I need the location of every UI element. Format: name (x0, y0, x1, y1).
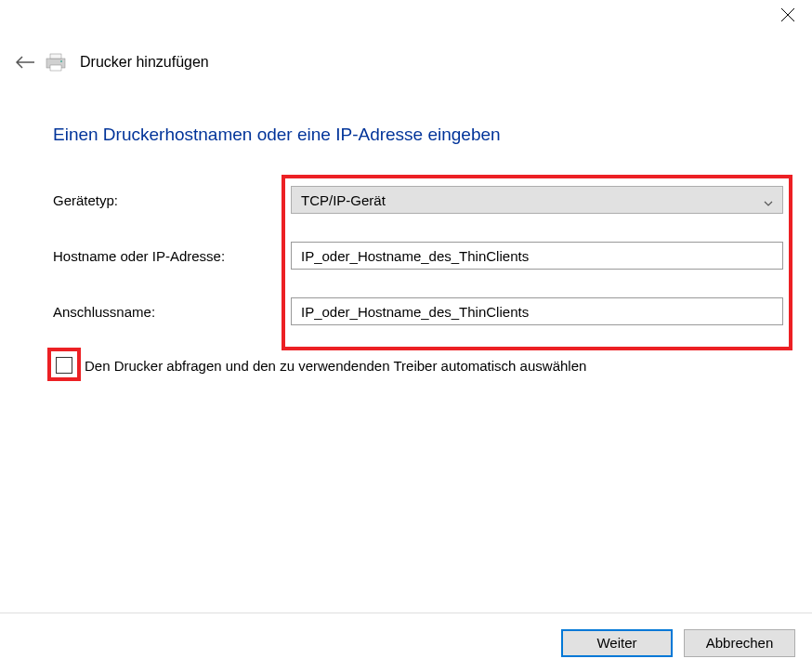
highlight-box-checkbox (47, 348, 81, 381)
svg-point-5 (60, 60, 62, 62)
wizard-title: Drucker hinzufügen (76, 54, 209, 71)
hostname-label: Hostname oder IP-Adresse: (53, 248, 291, 264)
svg-rect-3 (50, 54, 61, 59)
back-arrow-icon[interactable] (15, 52, 35, 72)
svg-rect-4 (50, 65, 61, 71)
device-type-select[interactable]: TCP/IP-Gerät (291, 186, 783, 214)
device-type-value: TCP/IP-Gerät (301, 192, 764, 208)
next-button[interactable]: Weiter (561, 629, 673, 657)
query-printer-label: Den Drucker abfragen und den zu verwende… (85, 358, 586, 374)
page-heading: Einen Druckerhostnamen oder eine IP-Adre… (0, 72, 812, 145)
chevron-down-icon (764, 195, 773, 204)
cancel-button[interactable]: Abbrechen (684, 629, 795, 657)
device-type-label: Gerätetyp: (53, 192, 291, 208)
portname-label: Anschlussname: (53, 304, 291, 320)
printer-icon (45, 53, 67, 72)
close-icon[interactable] (780, 7, 795, 22)
